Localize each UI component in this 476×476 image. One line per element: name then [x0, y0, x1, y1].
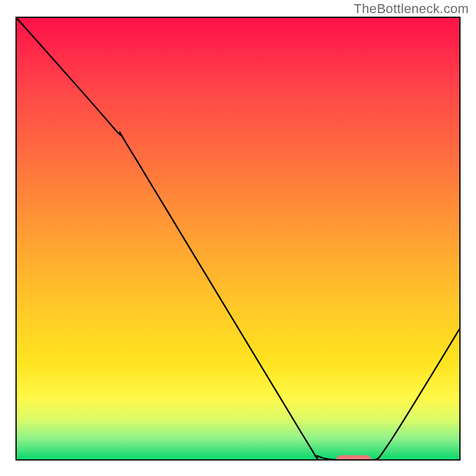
watermark-text: TheBottleneck.com: [354, 1, 469, 17]
optimal-range-marker: [336, 455, 372, 461]
bottleneck-curve: [15, 17, 461, 461]
plot-area: [15, 17, 461, 461]
curve-layer: [15, 17, 461, 461]
bottleneck-chart: TheBottleneck.com: [0, 0, 476, 476]
optimal-range-pill: [336, 455, 372, 461]
